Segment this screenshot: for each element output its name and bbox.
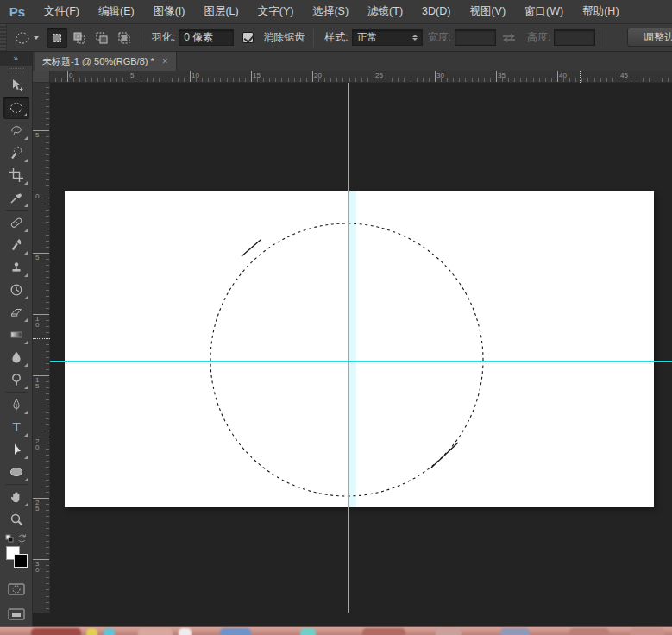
menu-layer[interactable]: 图层(L) (194, 0, 248, 23)
menu-image[interactable]: 图像(I) (144, 0, 195, 23)
zoom-tool-icon (9, 512, 24, 527)
dodge-tool-icon (9, 372, 24, 387)
width-label: 宽度: (428, 30, 451, 45)
windows-taskbar[interactable] (0, 626, 672, 635)
quick-selection-tool[interactable] (3, 141, 29, 164)
style-label: 样式: (324, 30, 348, 45)
zoom-tool[interactable] (3, 508, 29, 531)
document-tab-title: 未标题-1 @ 50%(RGB/8) * (42, 55, 154, 68)
history-brush-tool[interactable] (3, 279, 29, 301)
ruler-tick-label: 20 (314, 72, 322, 79)
screen-mode-icon (7, 607, 26, 622)
vertical-ruler[interactable]: 5051 01 52 02 53 0 (33, 83, 50, 613)
quick-mask-button[interactable] (3, 578, 29, 600)
menu-edit[interactable]: 编辑(E) (89, 0, 144, 23)
ruler-tick-label: 0 (35, 193, 39, 199)
ruler-tick-label: 25 (375, 72, 383, 79)
type-tool[interactable]: T (3, 416, 29, 438)
default-colors-icon[interactable] (6, 535, 13, 542)
ruler-tick-label: 2 0 (35, 438, 39, 450)
gradient-tool[interactable] (3, 324, 29, 346)
tool-group-separator (5, 392, 28, 393)
flyout-triangle-icon (23, 113, 27, 116)
menu-view[interactable]: 视图(V) (460, 0, 515, 23)
panel-grip[interactable] (9, 68, 24, 72)
menu-type[interactable]: 文字(Y) (248, 0, 304, 23)
collapse-panel-button[interactable]: » (0, 52, 32, 66)
ruler-origin-corner[interactable] (33, 71, 50, 83)
intersect-selection-button[interactable] (114, 28, 135, 48)
separator (313, 28, 314, 47)
elliptical-marquee-tool[interactable] (3, 97, 29, 119)
flyout-triangle-icon (24, 456, 28, 459)
photoshop-window: Ps 文件(F)编辑(E)图像(I)图层(L)文字(Y)选择(S)滤镜(T)3D… (0, 0, 672, 635)
brush-tool[interactable] (3, 234, 29, 256)
feather-input[interactable]: 0 像素 (179, 29, 234, 46)
quick-mask-icon (7, 582, 26, 597)
background-color-swatch[interactable] (14, 554, 28, 568)
swap-colors-icon[interactable] (19, 535, 26, 542)
ruler-tick-label: 5 (35, 255, 39, 261)
path-selection-tool-icon (9, 442, 24, 457)
separator (606, 28, 606, 47)
close-tab-icon[interactable]: × (162, 57, 168, 66)
new-selection-button[interactable] (47, 28, 67, 48)
options-bar-grip[interactable] (0, 24, 7, 51)
gradient-tool-icon (9, 327, 24, 343)
type-tool-icon: T (9, 419, 24, 435)
horizontal-guide[interactable] (50, 361, 672, 362)
move-tool[interactable] (3, 74, 29, 97)
ellipse-tool[interactable] (3, 461, 29, 483)
style-select[interactable]: 正常 (352, 29, 423, 46)
screen-mode-button[interactable] (3, 603, 29, 626)
flyout-triangle-icon (24, 229, 28, 232)
blur-tool[interactable] (3, 346, 29, 368)
eraser-tool[interactable] (3, 301, 29, 324)
crop-tool[interactable] (3, 164, 29, 186)
swap-dimensions-icon (499, 32, 518, 44)
ruler-pointer-marker (33, 338, 50, 339)
antialias-checkbox[interactable] (242, 32, 254, 43)
menu-filter[interactable]: 滤镜(T) (358, 0, 412, 23)
subtract-from-selection-button[interactable] (91, 28, 112, 48)
hand-tool[interactable] (3, 486, 29, 508)
menu-window[interactable]: 窗口(W) (515, 0, 573, 23)
add-to-selection-button[interactable] (69, 28, 90, 48)
vertical-guide[interactable] (348, 83, 349, 613)
height-label: 高度: (527, 30, 550, 45)
dodge-tool[interactable] (3, 368, 29, 391)
eyedropper-tool[interactable] (3, 186, 29, 209)
ruler-tick-label: 5 (35, 132, 39, 138)
document-tab-bar: 未标题-1 @ 50%(RGB/8) * × (33, 52, 672, 71)
color-controls (3, 533, 29, 545)
add-to-selection-icon (72, 30, 87, 46)
flyout-triangle-icon (24, 204, 28, 207)
ruler-tick-label: 45 (620, 72, 628, 79)
tool-preset-picker[interactable] (7, 29, 46, 47)
flyout-triangle-icon (24, 341, 28, 344)
menu-file[interactable]: 文件(F) (35, 0, 89, 23)
flyout-triangle-icon (24, 503, 28, 506)
menu-select[interactable]: 选择(S) (303, 0, 358, 23)
lasso-tool[interactable] (3, 119, 29, 141)
clone-stamp-tool[interactable] (3, 256, 29, 279)
separator (141, 28, 141, 47)
menu-help[interactable]: 帮助(H) (573, 0, 628, 23)
horizontal-ruler[interactable]: 051015202530354045 (50, 71, 672, 83)
stepper-icon[interactable] (412, 35, 418, 41)
spot-healing-brush-tool-icon (9, 215, 24, 230)
document-tab[interactable]: 未标题-1 @ 50%(RGB/8) * × (35, 52, 177, 71)
menu-3d[interactable]: 3D(D) (412, 0, 460, 23)
ruler-tick-label: 30 (436, 72, 444, 79)
taskbar-item (138, 628, 173, 635)
clone-stamp-tool-icon (9, 260, 24, 275)
selection-mode-buttons (46, 28, 135, 48)
taskbar-item (569, 628, 609, 635)
path-selection-tool[interactable] (3, 438, 29, 461)
ellipse-tool-icon (9, 464, 24, 480)
menu-bar: Ps 文件(F)编辑(E)图像(I)图层(L)文字(Y)选择(S)滤镜(T)3D… (0, 0, 672, 24)
refine-edge-button[interactable]: 调整边缘 (627, 28, 672, 47)
history-brush-tool-icon (9, 282, 24, 298)
spot-healing-brush-tool[interactable] (3, 211, 29, 234)
pen-tool[interactable] (3, 393, 29, 416)
